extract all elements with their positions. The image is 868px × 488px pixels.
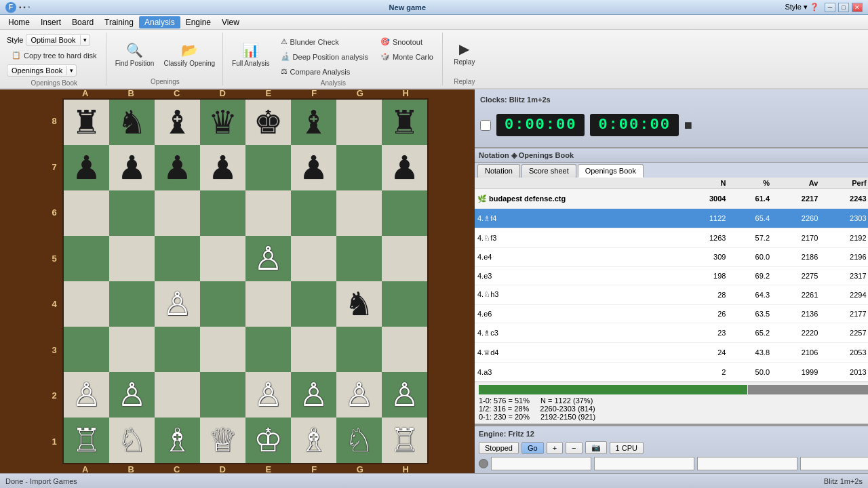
square-e3[interactable] bbox=[245, 327, 291, 372]
square-e8[interactable]: ♚ bbox=[245, 100, 291, 145]
minimize-button[interactable]: ─ bbox=[825, 3, 835, 12]
square-d4[interactable] bbox=[200, 281, 245, 327]
square-g2[interactable]: ♙ bbox=[336, 372, 382, 418]
menu-training[interactable]: Training bbox=[99, 16, 139, 28]
go-button[interactable]: Go bbox=[521, 442, 544, 454]
square-g5[interactable] bbox=[336, 236, 382, 281]
window-controls[interactable]: ─ □ ✕ bbox=[825, 3, 863, 12]
square-h1[interactable]: ♖ bbox=[382, 418, 427, 463]
square-c2[interactable] bbox=[155, 372, 200, 418]
square-e7[interactable] bbox=[245, 145, 291, 190]
square-g6[interactable] bbox=[336, 190, 382, 236]
chevron-down-icon[interactable]: ▾ bbox=[80, 35, 90, 45]
table-row[interactable]: 4.e4 309 60.0 2186 2196 0 12.7 12.7 bbox=[475, 248, 868, 266]
table-row[interactable]: 4.♗c3 23 65.2 2220 2257 0 2.3 2.3 bbox=[475, 323, 868, 343]
replay-button[interactable]: ▶ Replay bbox=[448, 33, 481, 73]
engine-line-2[interactable] bbox=[594, 457, 694, 470]
square-e6[interactable] bbox=[245, 190, 291, 236]
find-position-button[interactable]: 🔍 Find Position bbox=[112, 36, 158, 74]
tab-scoresheet[interactable]: Score sheet bbox=[521, 164, 576, 178]
square-f6[interactable] bbox=[291, 190, 336, 236]
white-clock-checkbox[interactable] bbox=[480, 120, 491, 131]
square-b7[interactable]: ♟ bbox=[109, 145, 155, 190]
square-a6[interactable] bbox=[64, 190, 109, 236]
maximize-button[interactable]: □ bbox=[838, 3, 849, 12]
camera-button[interactable]: 📷 bbox=[585, 441, 607, 454]
square-a5[interactable] bbox=[64, 236, 109, 281]
square-c5[interactable] bbox=[155, 236, 200, 281]
square-f4[interactable] bbox=[291, 281, 336, 327]
menu-board[interactable]: Board bbox=[66, 16, 99, 28]
square-e4[interactable] bbox=[245, 281, 291, 327]
square-b2[interactable]: ♙ bbox=[109, 372, 155, 418]
square-b4[interactable] bbox=[109, 281, 155, 327]
chevron-down-icon2[interactable]: ▾ bbox=[66, 66, 76, 75]
square-f7[interactable]: ♟ bbox=[291, 145, 336, 190]
square-d1[interactable]: ♕ bbox=[200, 418, 245, 463]
openings-book-dropdown[interactable]: Openings Book ▾ bbox=[7, 64, 77, 77]
square-g8[interactable] bbox=[336, 100, 382, 145]
menu-home[interactable]: Home bbox=[3, 16, 35, 28]
square-c1[interactable]: ♗ bbox=[155, 418, 200, 463]
stopped-button[interactable]: Stopped bbox=[479, 442, 519, 454]
table-row[interactable]: 4.e3 198 69.2 2275 2317 0 11.6 11.6 bbox=[475, 266, 868, 285]
square-f8[interactable]: ♝ bbox=[291, 100, 336, 145]
cpu-button[interactable]: 1 CPU bbox=[610, 442, 644, 454]
square-d6[interactable] bbox=[200, 190, 245, 236]
table-row[interactable]: 4.♕d4 24 43.8 2106 2053 0 1.1 1.1 bbox=[475, 343, 868, 363]
monte-carlo-button[interactable]: 🎲 Monte Carlo bbox=[376, 50, 438, 63]
square-h7[interactable]: ♟ bbox=[382, 145, 427, 190]
snootout-button[interactable]: 🎯 Snootout bbox=[376, 35, 438, 48]
square-c6[interactable] bbox=[155, 190, 200, 236]
square-b1[interactable]: ♘ bbox=[109, 418, 155, 463]
table-row[interactable]: 4.♗f4 1122 65.4 2260 2303 0 35.9 35.9 bbox=[475, 209, 868, 228]
menu-analysis[interactable]: Analysis bbox=[139, 16, 180, 28]
tabs-row[interactable]: Notation Score sheet Openings Book bbox=[475, 163, 868, 178]
square-a3[interactable] bbox=[64, 327, 109, 372]
square-f3[interactable] bbox=[291, 327, 336, 372]
table-row[interactable]: 4.a3 2 50.0 1999 2013 0 0.3 0.3 bbox=[475, 363, 868, 382]
square-h6[interactable] bbox=[382, 190, 427, 236]
square-e2[interactable]: ♙ bbox=[245, 372, 291, 418]
square-a1[interactable]: ♖ bbox=[64, 418, 109, 463]
square-b3[interactable] bbox=[109, 327, 155, 372]
square-h5[interactable] bbox=[382, 236, 427, 281]
deep-position-button[interactable]: 🔬 Deep Position analysis bbox=[276, 50, 373, 63]
square-b8[interactable]: ♞ bbox=[109, 100, 155, 145]
style-dropdown[interactable]: Optimal Book ▾ bbox=[26, 34, 90, 46]
square-d2[interactable] bbox=[200, 372, 245, 418]
square-c8[interactable]: ♝ bbox=[155, 100, 200, 145]
square-h4[interactable] bbox=[382, 281, 427, 327]
square-d7[interactable]: ♟ bbox=[200, 145, 245, 190]
square-a2[interactable]: ♙ bbox=[64, 372, 109, 418]
square-b6[interactable] bbox=[109, 190, 155, 236]
menu-engine[interactable]: Engine bbox=[180, 16, 216, 28]
table-row[interactable]: 4.e6 26 63.5 2136 2177 0 2.3 2.3 bbox=[475, 304, 868, 323]
compare-analysis-button[interactable]: ⚖ Compare Analysis bbox=[276, 65, 373, 78]
square-e5[interactable]: ♙ bbox=[245, 236, 291, 281]
engine-line-4[interactable] bbox=[800, 457, 868, 470]
minus-button[interactable]: − bbox=[566, 442, 582, 454]
square-c3[interactable] bbox=[155, 327, 200, 372]
classify-opening-button[interactable]: 📂 Classify Opening bbox=[160, 36, 218, 74]
full-analysis-button[interactable]: 📊 Full Analysis bbox=[229, 35, 273, 73]
square-f2[interactable]: ♙ bbox=[291, 372, 336, 418]
square-a8[interactable]: ♜ bbox=[64, 100, 109, 145]
tab-openings-book[interactable]: Openings Book bbox=[578, 164, 644, 178]
square-d5[interactable] bbox=[200, 236, 245, 281]
table-row[interactable]: 4.♘f3 1263 57.2 2170 2192 0 31.1 31.1 bbox=[475, 228, 868, 248]
square-a4[interactable] bbox=[64, 281, 109, 327]
tab-notation[interactable]: Notation bbox=[477, 164, 520, 178]
square-h8[interactable]: ♜ bbox=[382, 100, 427, 145]
plus-button[interactable]: + bbox=[547, 442, 563, 454]
square-d8[interactable]: ♛ bbox=[200, 100, 245, 145]
square-d3[interactable] bbox=[200, 327, 245, 372]
close-button[interactable]: ✕ bbox=[852, 3, 863, 12]
engine-line-3[interactable] bbox=[697, 457, 797, 470]
engine-line-1[interactable] bbox=[491, 457, 591, 470]
blunder-check-button[interactable]: ⚠ Blunder Check bbox=[276, 35, 373, 48]
square-f5[interactable] bbox=[291, 236, 336, 281]
square-b5[interactable] bbox=[109, 236, 155, 281]
square-h2[interactable]: ♙ bbox=[382, 372, 427, 418]
square-g3[interactable] bbox=[336, 327, 382, 372]
